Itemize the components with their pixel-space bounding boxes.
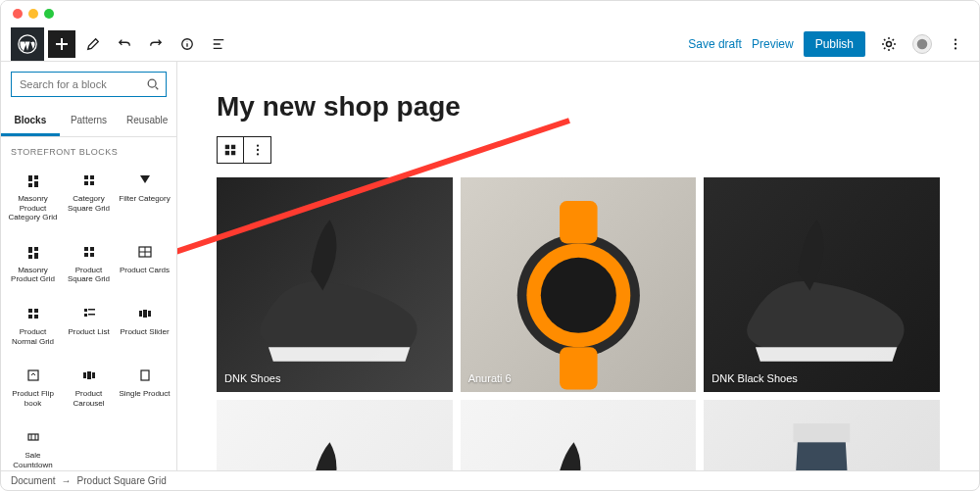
block-item[interactable]: Product Carousel [61,356,117,417]
svg-rect-58 [794,423,851,442]
svg-point-4 [955,38,956,40]
svg-rect-37 [148,311,151,317]
svg-rect-33 [84,314,87,317]
block-item[interactable]: Product List [61,294,117,356]
tab-blocks[interactable]: Blocks [1,107,60,136]
block-item[interactable]: Masonry Product Grid [5,232,61,294]
svg-rect-22 [84,253,88,257]
save-draft-link[interactable]: Save draft [688,37,742,51]
product-tile[interactable]: Dark Brown Jeans [704,400,940,470]
block-label: Product List [68,327,109,337]
svg-rect-43 [28,434,38,440]
block-item[interactable]: Category Square Grid [61,161,117,232]
svg-point-6 [955,47,956,49]
block-label: Product Cards [120,266,170,275]
product-tile[interactable]: DNK Shoes [217,177,453,392]
svg-rect-48 [225,151,229,155]
block-icon [79,304,99,323]
block-item[interactable]: Product Square Grid [61,232,117,294]
block-item[interactable]: Product Cards [117,232,172,294]
svg-rect-15 [90,181,94,185]
add-block-button[interactable] [48,30,75,58]
block-label: Product Carousel [63,389,115,408]
block-icon [135,242,155,262]
section-label: STOREFRONT BLOCKS [1,137,176,161]
undo-icon[interactable] [111,30,138,58]
block-label: Masonry Product Category Grid [7,194,59,222]
svg-point-3 [917,38,928,49]
outline-icon[interactable] [205,30,232,58]
block-icon [79,366,99,385]
svg-rect-46 [225,145,229,149]
block-label: Masonry Product Grid [7,266,59,284]
breadcrumb-current[interactable]: Product Square Grid [77,475,167,486]
svg-point-51 [256,149,258,151]
window-minimize-icon[interactable] [28,9,38,19]
svg-rect-40 [87,371,91,379]
svg-rect-10 [28,183,32,187]
preview-link[interactable]: Preview [752,37,794,51]
breadcrumb[interactable]: Document → Product Square Grid [1,470,979,490]
block-label: Sale Countdown [7,451,59,469]
tab-reusable[interactable]: Reusable [118,107,176,136]
svg-rect-20 [84,247,88,251]
svg-rect-13 [90,175,94,179]
grid-layout-button[interactable] [217,136,244,164]
block-label: Product Flip book [7,389,59,408]
block-icon [24,304,43,323]
svg-point-5 [955,42,956,44]
block-label: Single Product [119,389,170,399]
svg-rect-30 [34,315,38,319]
block-item[interactable]: Product Normal Grid [5,294,61,356]
avatar[interactable] [912,34,932,54]
svg-rect-17 [34,247,38,251]
settings-icon[interactable] [875,30,903,58]
svg-rect-11 [34,181,38,187]
editor-canvas[interactable]: My new shop page DNK ShoesAnurati 6DNK B… [177,62,979,470]
product-tile[interactable]: DNK Orange Sports Shoes [461,400,697,470]
product-tile[interactable]: DNK Green Sports Shoes [217,400,453,470]
breadcrumb-root[interactable]: Document [11,475,56,486]
svg-rect-49 [231,151,235,155]
block-item[interactable]: Filter Category [117,161,172,232]
svg-rect-34 [88,314,95,316]
block-item[interactable]: Product Slider [117,294,172,356]
block-search-input[interactable] [11,72,167,97]
search-icon [146,77,160,91]
block-label: Product Square Grid [63,266,115,284]
block-label: Product Normal Grid [7,327,59,346]
product-tile[interactable]: DNK Black Shoes [704,177,940,392]
window-titlebar [1,1,979,26]
svg-rect-28 [34,309,38,313]
window-close-icon[interactable] [13,9,23,19]
info-icon[interactable] [173,30,201,58]
block-item[interactable]: Single Product [117,356,172,417]
block-icon [24,366,43,385]
svg-rect-35 [139,311,142,317]
edit-icon[interactable] [79,30,107,58]
block-item[interactable]: Masonry Product Category Grid [5,161,61,232]
window-maximize-icon[interactable] [44,9,54,19]
svg-rect-36 [143,310,147,318]
svg-point-7 [148,79,156,87]
block-item[interactable]: Sale Countdown [5,417,61,470]
product-tile[interactable]: Anurati 6 [461,177,697,392]
redo-icon[interactable] [142,30,170,58]
svg-rect-21 [90,247,94,251]
svg-rect-57 [560,347,598,389]
svg-rect-27 [28,309,32,313]
breadcrumb-separator-icon: → [62,475,72,486]
more-block-options-button[interactable] [244,136,271,164]
block-item[interactable]: Product Flip book [5,356,61,417]
wordpress-logo[interactable] [11,27,44,61]
svg-rect-32 [88,309,95,311]
page-title[interactable]: My new shop page [217,91,940,123]
tab-patterns[interactable]: Patterns [60,107,119,136]
svg-rect-12 [84,175,88,179]
block-icon [79,171,99,190]
svg-rect-19 [34,253,38,259]
publish-button[interactable]: Publish [804,31,865,57]
product-grid[interactable]: DNK ShoesAnurati 6DNK Black ShoesDNK Gre… [217,177,940,470]
svg-rect-23 [90,253,94,257]
more-options-icon[interactable] [942,30,969,58]
